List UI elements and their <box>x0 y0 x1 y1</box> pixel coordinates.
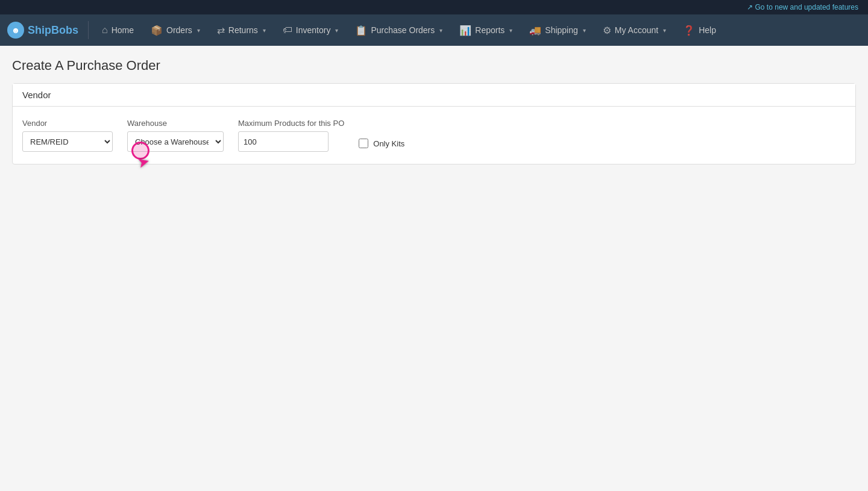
only-kits-label[interactable]: Only Kits <box>373 139 404 148</box>
only-kits-group: Only Kits <box>359 139 404 152</box>
account-icon: ⚙ <box>603 25 611 36</box>
main-content: Create A Purchase Order Vendor Vendor RE… <box>0 46 868 177</box>
warehouse-field-group: Warehouse Choose a Warehouse <box>127 119 224 152</box>
nav-my-account-label: My Account <box>615 25 658 35</box>
shipping-dropdown-arrow: ▾ <box>583 27 586 34</box>
external-link-icon: ↗ <box>747 3 753 11</box>
vendor-card-header: Vendor <box>13 84 855 107</box>
warehouse-select[interactable]: Choose a Warehouse <box>127 131 224 152</box>
inventory-icon: 🏷 <box>283 25 292 36</box>
navbar: ☻ ShipBobs ⌂ Home 📦 Orders ▾ ⇄ Returns ▾… <box>0 14 868 46</box>
shipping-icon: 🚚 <box>529 25 541 36</box>
home-icon: ⌂ <box>102 25 108 36</box>
navbar-divider <box>88 21 89 39</box>
page-title: Create A Purchase Order <box>12 58 856 73</box>
nav-my-account[interactable]: ⚙ My Account ▾ <box>594 14 675 46</box>
warehouse-label: Warehouse <box>127 119 224 128</box>
nav-shipping-label: Shipping <box>545 25 578 35</box>
account-dropdown-arrow: ▾ <box>663 27 666 34</box>
max-products-label: Maximum Products for this PO <box>238 119 344 128</box>
nav-help[interactable]: ❓ Help <box>675 14 725 46</box>
nav-reports[interactable]: 📊 Reports ▾ <box>451 14 521 46</box>
new-features-link[interactable]: ↗ Go to new and updated features <box>747 3 858 11</box>
nav-items: ⌂ Home 📦 Orders ▾ ⇄ Returns ▾ 🏷 Inventor… <box>93 14 861 46</box>
help-icon: ❓ <box>683 25 695 36</box>
nav-reports-label: Reports <box>475 25 505 35</box>
nav-inventory[interactable]: 🏷 Inventory ▾ <box>274 14 347 46</box>
inventory-dropdown-arrow: ▾ <box>335 27 338 34</box>
vendor-select[interactable]: REM/REID <box>22 131 113 152</box>
vendor-label: Vendor <box>22 119 113 128</box>
nav-purchase-orders-label: Purchase Orders <box>371 25 435 35</box>
purchase-orders-icon: 📋 <box>355 25 367 36</box>
max-products-field-group: Maximum Products for this PO <box>238 119 344 152</box>
only-kits-checkbox[interactable] <box>359 139 368 148</box>
brand-name: ShipBobs <box>28 24 78 37</box>
orders-icon: 📦 <box>151 25 163 36</box>
brand-icon: ☻ <box>7 22 24 39</box>
purchase-orders-dropdown-arrow: ▾ <box>439 27 442 34</box>
nav-help-label: Help <box>699 25 716 35</box>
max-products-input[interactable] <box>238 131 329 152</box>
orders-dropdown-arrow: ▾ <box>197 27 200 34</box>
nav-returns-label: Returns <box>228 25 258 35</box>
vendor-card-body: Vendor REM/REID Warehouse Choose a Wareh… <box>13 107 855 164</box>
vendor-field-group: Vendor REM/REID <box>22 119 113 152</box>
nav-home-label: Home <box>112 25 134 35</box>
reports-icon: 📊 <box>459 25 471 36</box>
reports-dropdown-arrow: ▾ <box>509 27 512 34</box>
nav-purchase-orders[interactable]: 📋 Purchase Orders ▾ <box>347 14 451 46</box>
nav-home[interactable]: ⌂ Home <box>93 14 142 46</box>
vendor-form-row: Vendor REM/REID Warehouse Choose a Wareh… <box>22 119 846 152</box>
nav-returns[interactable]: ⇄ Returns ▾ <box>209 14 274 46</box>
vendor-card: Vendor Vendor REM/REID Warehouse Choose … <box>12 83 856 164</box>
returns-dropdown-arrow: ▾ <box>263 27 266 34</box>
nav-shipping[interactable]: 🚚 Shipping ▾ <box>521 14 594 46</box>
nav-orders[interactable]: 📦 Orders ▾ <box>142 14 209 46</box>
top-banner: ↗ Go to new and updated features <box>0 0 868 14</box>
returns-icon: ⇄ <box>217 25 225 36</box>
nav-orders-label: Orders <box>166 25 192 35</box>
nav-inventory-label: Inventory <box>296 25 331 35</box>
banner-link-text: Go to new and updated features <box>755 3 858 11</box>
brand-logo[interactable]: ☻ ShipBobs <box>7 22 78 39</box>
